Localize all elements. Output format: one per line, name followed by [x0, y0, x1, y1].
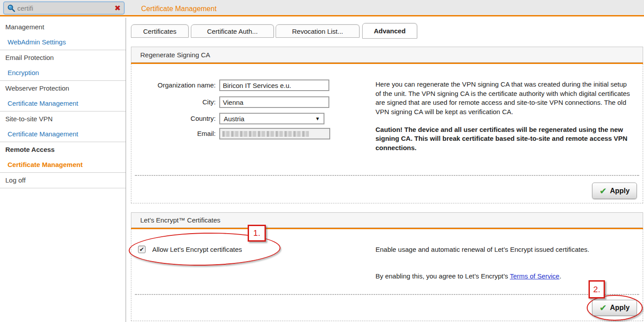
- regenerate-description: Here you can regenerate the VPN signing …: [375, 80, 633, 153]
- regenerate-caution-text: Caution! The device and all user certifi…: [375, 125, 633, 153]
- sidebar-item-encryption[interactable]: Encryption: [0, 65, 126, 80]
- separator: [135, 175, 639, 176]
- apply-button-label: Apply: [610, 187, 629, 195]
- tos-prefix: By enabling this, you agree to Let’s Enc…: [375, 272, 510, 280]
- search-icon: [7, 4, 16, 12]
- chevron-down-icon: ▼: [315, 116, 320, 121]
- sidebar-group-webserver-protection: Webserver Protection Certificate Managem…: [0, 81, 126, 111]
- sidebar-item-webserver-cert-management[interactable]: Certificate Management: [0, 96, 126, 111]
- city-label: City:: [140, 96, 216, 108]
- lets-encrypt-tos-line: By enabling this, you agree to Let’s Enc…: [375, 272, 633, 281]
- organization-name-field[interactable]: [219, 80, 329, 91]
- tab-certificate-authority[interactable]: Certificate Auth...: [191, 24, 274, 38]
- check-icon: ✔: [599, 187, 607, 195]
- redacted-email-value: [222, 131, 309, 137]
- separator: [135, 294, 639, 295]
- terms-of-service-link[interactable]: Terms of Service: [510, 272, 560, 280]
- sidebar-group-management: Management WebAdmin Settings: [0, 18, 126, 50]
- sidebar-group-remote-access: Remote Access Certificate Management: [0, 142, 126, 173]
- lets-encrypt-header: Let’s Encrypt™ Certificates: [131, 212, 643, 228]
- sidebar-group-label-site-to-site-vpn[interactable]: Site-to-site VPN: [0, 111, 126, 127]
- sidebar: Management WebAdmin Settings Email Prote…: [0, 18, 126, 322]
- city-field[interactable]: [219, 96, 329, 108]
- lets-encrypt-section: ✔ Allow Let’s Encrypt certificates 1. En…: [131, 229, 643, 321]
- sidebar-group-site-to-site-vpn: Site-to-site VPN Certificate Management: [0, 111, 126, 142]
- apply-button-lets-encrypt[interactable]: ✔ Apply: [592, 300, 637, 316]
- webadmin-page: certifi ✖ Certificate Management Managem…: [0, 0, 644, 322]
- sidebar-group-email-protection: Email Protection Encryption: [0, 50, 126, 81]
- lets-encrypt-description-text: Enable usage and automatic renewal of Le…: [375, 245, 633, 254]
- page-title: Certificate Management: [141, 5, 217, 13]
- sidebar-group-label-email-protection[interactable]: Email Protection: [0, 50, 126, 65]
- country-selected-value: Austria: [224, 115, 315, 123]
- search-input[interactable]: certifi ✖: [3, 1, 125, 15]
- tab-certificates[interactable]: Certificates: [131, 24, 189, 38]
- country-select[interactable]: Austria ▼: [219, 113, 324, 124]
- regenerate-description-text: Here you can regenerate the VPN signing …: [375, 80, 633, 117]
- tos-suffix: .: [559, 272, 561, 280]
- sidebar-group-label-webserver-protection[interactable]: Webserver Protection: [0, 81, 126, 96]
- email-label: Email:: [140, 128, 216, 139]
- check-icon: ✔: [599, 303, 607, 312]
- sidebar-item-log-off[interactable]: Log off: [0, 173, 126, 188]
- search-value: certifi: [17, 4, 113, 12]
- sidebar-item-s2s-cert-management[interactable]: Certificate Management: [0, 127, 126, 142]
- allow-letsencrypt-label: Allow Let’s Encrypt certificates: [152, 246, 242, 253]
- lets-encrypt-description: Enable usage and automatic renewal of Le…: [375, 245, 633, 254]
- country-label: Country:: [140, 113, 216, 124]
- apply-button-label: Apply: [610, 304, 629, 312]
- regenerate-signing-ca-section: Organization name: City: Country: Austri…: [131, 64, 643, 203]
- clear-search-icon[interactable]: ✖: [115, 4, 121, 12]
- sidebar-group-label-remote-access[interactable]: Remote Access: [0, 142, 126, 157]
- tab-advanced[interactable]: Advanced: [362, 23, 417, 39]
- regenerate-signing-ca-header: Regenerate Signing CA: [131, 47, 643, 63]
- allow-letsencrypt-row: ✔ Allow Let’s Encrypt certificates: [138, 246, 242, 253]
- sidebar-item-webadmin-settings[interactable]: WebAdmin Settings: [0, 35, 126, 50]
- organization-name-label: Organization name:: [140, 80, 216, 91]
- allow-letsencrypt-checkbox[interactable]: ✔: [138, 246, 146, 253]
- apply-button-signing-ca[interactable]: ✔ Apply: [592, 183, 637, 199]
- sidebar-group-label-management[interactable]: Management: [0, 18, 126, 35]
- sidebar-group-log-off: Log off: [0, 173, 126, 188]
- email-field[interactable]: [219, 128, 330, 139]
- tab-revocation-list[interactable]: Revocation List...: [276, 24, 360, 38]
- sidebar-item-remote-access-cert-management[interactable]: Certificate Management: [0, 157, 126, 172]
- annotation-step-2: 2.: [589, 280, 605, 298]
